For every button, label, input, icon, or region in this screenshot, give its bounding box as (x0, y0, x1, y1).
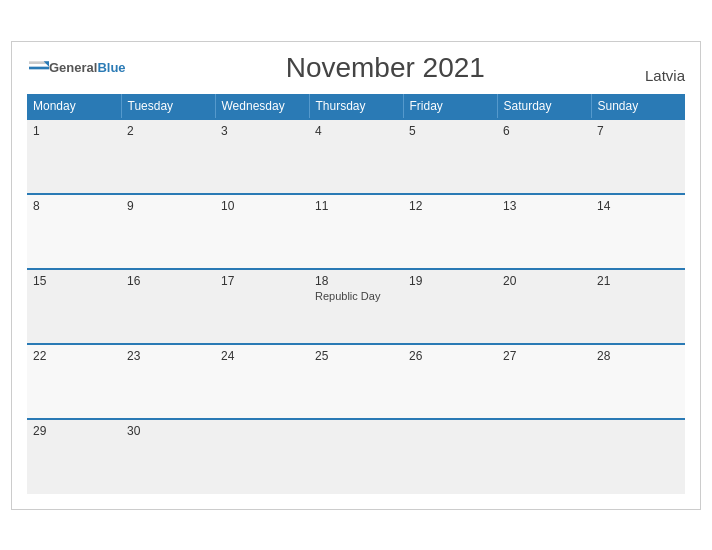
calendar-table: MondayTuesdayWednesdayThursdayFridaySatu… (27, 94, 685, 494)
calendar-cell: 22 (27, 344, 121, 419)
day-number: 17 (221, 274, 303, 288)
calendar-cell: 8 (27, 194, 121, 269)
day-number: 3 (221, 124, 303, 138)
week-row-5: 2930 (27, 419, 685, 494)
calendar-cell: 23 (121, 344, 215, 419)
day-number: 8 (33, 199, 115, 213)
weekday-header-thursday: Thursday (309, 94, 403, 119)
calendar-header: GeneralBlue November 2021 Latvia (27, 52, 685, 84)
calendar-cell: 15 (27, 269, 121, 344)
day-number: 5 (409, 124, 491, 138)
day-number: 13 (503, 199, 585, 213)
calendar-cell: 21 (591, 269, 685, 344)
day-number: 26 (409, 349, 491, 363)
day-number: 18 (315, 274, 397, 288)
calendar-cell: 10 (215, 194, 309, 269)
week-row-4: 22232425262728 (27, 344, 685, 419)
calendar-cell: 9 (121, 194, 215, 269)
weekday-header-monday: Monday (27, 94, 121, 119)
calendar-cell: 4 (309, 119, 403, 194)
calendar-cell: 17 (215, 269, 309, 344)
day-number: 15 (33, 274, 115, 288)
calendar-cell: 1 (27, 119, 121, 194)
day-number: 29 (33, 424, 115, 438)
weekday-header-sunday: Sunday (591, 94, 685, 119)
day-number: 7 (597, 124, 679, 138)
calendar-cell (309, 419, 403, 494)
day-number: 24 (221, 349, 303, 363)
calendar-cell: 25 (309, 344, 403, 419)
weekday-header-tuesday: Tuesday (121, 94, 215, 119)
day-number: 20 (503, 274, 585, 288)
holiday-name: Republic Day (315, 290, 397, 302)
day-number: 21 (597, 274, 679, 288)
calendar-cell: 2 (121, 119, 215, 194)
calendar-container: GeneralBlue November 2021 Latvia MondayT… (11, 41, 701, 510)
day-number: 14 (597, 199, 679, 213)
day-number: 23 (127, 349, 209, 363)
weekday-header-row: MondayTuesdayWednesdayThursdayFridaySatu… (27, 94, 685, 119)
day-number: 10 (221, 199, 303, 213)
day-number: 11 (315, 199, 397, 213)
calendar-cell (215, 419, 309, 494)
weekday-header-friday: Friday (403, 94, 497, 119)
weekday-header-wednesday: Wednesday (215, 94, 309, 119)
calendar-cell: 3 (215, 119, 309, 194)
calendar-cell: 19 (403, 269, 497, 344)
day-number: 16 (127, 274, 209, 288)
day-number: 22 (33, 349, 115, 363)
month-title: November 2021 (286, 52, 485, 84)
day-number: 12 (409, 199, 491, 213)
day-number: 1 (33, 124, 115, 138)
calendar-cell: 12 (403, 194, 497, 269)
week-row-2: 891011121314 (27, 194, 685, 269)
logo-general-text: General (49, 60, 97, 75)
day-number: 4 (315, 124, 397, 138)
calendar-cell: 13 (497, 194, 591, 269)
calendar-cell (591, 419, 685, 494)
day-number: 30 (127, 424, 209, 438)
calendar-cell: 7 (591, 119, 685, 194)
calendar-cell: 11 (309, 194, 403, 269)
calendar-cell: 20 (497, 269, 591, 344)
calendar-cell (403, 419, 497, 494)
logo: GeneralBlue (27, 60, 126, 76)
calendar-cell: 27 (497, 344, 591, 419)
day-number: 2 (127, 124, 209, 138)
calendar-cell (497, 419, 591, 494)
calendar-cell: 5 (403, 119, 497, 194)
calendar-cell: 6 (497, 119, 591, 194)
country-label: Latvia (645, 67, 685, 84)
day-number: 9 (127, 199, 209, 213)
weekday-header-saturday: Saturday (497, 94, 591, 119)
calendar-cell: 30 (121, 419, 215, 494)
calendar-cell: 18Republic Day (309, 269, 403, 344)
day-number: 28 (597, 349, 679, 363)
logo-blue-text: Blue (97, 60, 125, 75)
calendar-cell: 28 (591, 344, 685, 419)
calendar-cell: 26 (403, 344, 497, 419)
calendar-cell: 24 (215, 344, 309, 419)
calendar-cell: 16 (121, 269, 215, 344)
week-row-3: 15161718Republic Day192021 (27, 269, 685, 344)
day-number: 25 (315, 349, 397, 363)
day-number: 6 (503, 124, 585, 138)
calendar-cell: 14 (591, 194, 685, 269)
day-number: 19 (409, 274, 491, 288)
week-row-1: 1234567 (27, 119, 685, 194)
calendar-cell: 29 (27, 419, 121, 494)
svg-rect-2 (29, 66, 49, 69)
day-number: 27 (503, 349, 585, 363)
